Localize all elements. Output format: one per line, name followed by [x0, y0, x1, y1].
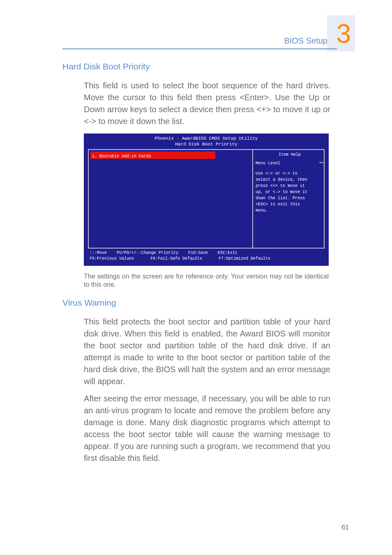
bios-help-line: down the list. Press	[256, 195, 324, 201]
bios-footer-item: ESC:Exit	[218, 250, 238, 256]
section-title-virus-warning: Virus Warning	[62, 298, 116, 308]
bios-footer-item: F6:Fail-Safe Defaults	[150, 256, 202, 262]
bios-selected-item-text: 1. Bootable Add-in Cards	[90, 154, 151, 159]
bios-utility-title: Phoenix - AwardBIOS CMOS Setup Utility	[84, 136, 329, 141]
header-rule	[62, 48, 337, 49]
bios-page-title: Hard Disk Boot Priority	[84, 142, 329, 147]
body-paragraph-2: This field protects the boot sector and …	[84, 316, 330, 387]
bios-help-line: press <+> to move it	[256, 183, 324, 189]
bios-footer-item: F5:Previous Values	[90, 256, 134, 262]
bios-footer-item: F7:Optimized Defaults	[219, 256, 270, 262]
body-paragraph-3: After seeing the error message, if neces…	[84, 393, 330, 464]
bios-panel: 1. Bootable Add-in Cards Item Help Menu …	[88, 149, 325, 249]
bios-help-panel: Item Help Menu Level ▸▸ Use <↑> or <↓> t…	[256, 152, 324, 214]
bios-footer-item: ↑↓:Move	[90, 250, 107, 256]
bios-help-line: menu.	[256, 207, 324, 214]
bios-panel-divider	[252, 150, 253, 248]
bios-help-line: select a device, then	[256, 177, 324, 183]
bios-menu-level-label: Menu Level	[256, 160, 280, 166]
header-section-label: BIOS Setup	[284, 36, 327, 46]
chapter-number: 3	[336, 18, 351, 49]
body-paragraph-1: This field is used to select the boot se…	[84, 80, 330, 127]
section-title-hard-disk-boot-priority: Hard Disk Boot Priority	[62, 62, 150, 71]
bios-screenshot: Phoenix - AwardBIOS CMOS Setup Utility H…	[84, 134, 329, 266]
bios-help-line: up, or <-> to move it	[256, 189, 324, 195]
page-number: 61	[341, 524, 349, 531]
bios-footer-item: PU/PD/+/-:Change Priority	[117, 250, 178, 256]
bios-footer: ↑↓:Move PU/PD/+/-:Change Priority F10:Sa…	[90, 250, 323, 262]
bios-footer-item: F10:Save	[188, 250, 208, 256]
bios-selected-item: 1. Bootable Add-in Cards	[90, 152, 215, 159]
bios-help-line: <ESC> to exit this	[256, 201, 324, 207]
bios-help-title: Item Help	[256, 152, 324, 158]
menu-level-icon: ▸▸	[319, 160, 324, 166]
screenshot-caption: The settings on the screen are for refer…	[84, 272, 329, 289]
bios-help-line: Use <↑> or <↓> to	[256, 170, 324, 177]
